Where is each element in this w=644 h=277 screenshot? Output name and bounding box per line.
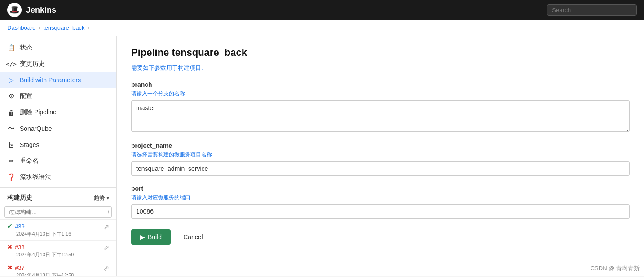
sonarqube-icon: 〜	[7, 125, 15, 133]
jenkins-icon: 🎩	[7, 3, 22, 17]
build-button-label: Build	[148, 233, 162, 241]
history-title: 构建历史	[7, 194, 32, 202]
trend-chevron-icon: ▾	[106, 195, 109, 201]
breadcrumb-sep-2: ›	[87, 24, 89, 31]
pipeline-syntax-icon: ❓	[7, 173, 15, 181]
build-38-arrow-icon: ⇗	[103, 243, 109, 252]
history-section: 构建历史 趋势 ▾ / ✔ #39 2024年4月13日 下午1:16	[0, 187, 116, 276]
build-38-date: 2024年4月13日 下午12:59	[7, 251, 74, 258]
build-item-38: ✖ #38 2024年4月13日 下午12:59 ⇗	[0, 240, 116, 261]
history-header: 构建历史 趋势 ▾	[0, 191, 116, 205]
delete-pipeline-icon: 🗑	[7, 108, 15, 116]
sidebar-item-stages-label: Stages	[20, 141, 40, 148]
watermark: CSDN @ 青啊青斯	[591, 264, 640, 273]
build-38-number: #38	[15, 244, 25, 250]
rename-icon: ✏	[7, 157, 15, 165]
history-trend-button[interactable]: 趋势 ▾	[94, 194, 109, 202]
jenkins-logo: 🎩 Jenkins	[7, 3, 56, 17]
sidebar-item-config[interactable]: ⚙ 配置	[0, 88, 116, 104]
project-name-hint: 请选择需要构建的微服务项目名称	[131, 151, 630, 159]
filter-shortcut-icon: /	[108, 209, 109, 215]
build-37-link[interactable]: ✖ #37	[7, 264, 74, 271]
param-group-project-name: project_name 请选择需要构建的微服务项目名称	[131, 142, 630, 176]
history-trend-label: 趋势	[94, 194, 105, 202]
cancel-button-label: Cancel	[183, 233, 203, 241]
breadcrumb: Dashboard › tensquare_back ›	[0, 20, 644, 36]
build-button[interactable]: ▶ Build	[131, 229, 171, 245]
filter-input-wrap: /	[0, 205, 116, 219]
sidebar-item-rename[interactable]: ✏ 重命名	[0, 153, 116, 169]
build-with-params-icon: ▷	[7, 76, 15, 84]
header: 🎩 Jenkins	[0, 0, 644, 20]
sidebar-item-change-history-label: 变更历史	[20, 60, 45, 68]
build-37-number: #37	[15, 264, 25, 271]
jenkins-title: Jenkins	[26, 5, 56, 15]
build-item-37: ✖ #37 2024年4月13日 下午12:58 ⇗	[0, 261, 116, 276]
sidebar-item-pipeline-syntax[interactable]: ❓ 流水线语法	[0, 169, 116, 185]
breadcrumb-sep-1: ›	[39, 24, 40, 31]
build-39-date: 2024年4月13日 下午1:16	[7, 231, 71, 237]
sidebar-item-rename-label: 重命名	[20, 157, 39, 165]
breadcrumb-dashboard[interactable]: Dashboard	[7, 24, 36, 31]
layout: 📋 状态 </> 变更历史 ▷ Build with Parameters ⚙ …	[0, 36, 644, 276]
project-name-input[interactable]	[131, 161, 630, 176]
port-input[interactable]	[131, 204, 630, 219]
build-item-39-left: ✔ #39 2024年4月13日 下午1:16	[7, 223, 71, 237]
sidebar-item-status[interactable]: 📋 状态	[0, 40, 116, 56]
build-37-status-icon: ✖	[7, 264, 13, 271]
build-39-status-icon: ✔	[7, 223, 13, 230]
build-39-arrow-icon: ⇗	[103, 223, 109, 231]
sidebar-item-delete-pipeline[interactable]: 🗑 删除 Pipeline	[0, 104, 116, 121]
search-input[interactable]	[547, 4, 637, 16]
main-content: Pipeline tensquare_back 需要如下参数用于构建项目: br…	[117, 36, 644, 276]
param-group-branch: branch 请输入一个分支的名称 master	[131, 81, 630, 133]
build-37-date: 2024年4月13日 下午12:58	[7, 272, 74, 276]
status-icon: 📋	[7, 44, 15, 52]
port-label: port	[131, 185, 630, 192]
sidebar-item-delete-pipeline-label: 删除 Pipeline	[20, 108, 57, 116]
sidebar-item-stages[interactable]: 🗄 Stages	[0, 137, 116, 153]
build-item-38-left: ✖ #38 2024年4月13日 下午12:59	[7, 243, 74, 258]
build-39-number: #39	[15, 223, 25, 230]
project-name-label: project_name	[131, 142, 630, 149]
sidebar-item-build-with-params-label: Build with Parameters	[20, 76, 81, 84]
sidebar-item-status-label: 状态	[20, 44, 32, 52]
branch-hint: 请输入一个分支的名称	[131, 90, 630, 98]
sidebar-item-sonarqube[interactable]: 〜 SonarQube	[0, 121, 116, 137]
breadcrumb-project[interactable]: tensquare_back	[43, 24, 85, 31]
branch-input[interactable]: master	[131, 100, 630, 132]
page-subtitle: 需要如下参数用于构建项目:	[131, 64, 630, 72]
sidebar-item-sonarqube-label: SonarQube	[20, 125, 52, 132]
page-title: Pipeline tensquare_back	[131, 47, 630, 58]
port-hint: 请输入对应微服务的端口	[131, 194, 630, 201]
build-38-status-icon: ✖	[7, 243, 13, 250]
build-item-37-left: ✖ #37 2024年4月13日 下午12:58	[7, 264, 74, 276]
filter-input[interactable]	[4, 206, 112, 218]
branch-label: branch	[131, 81, 630, 88]
sidebar-item-pipeline-syntax-label: 流水线语法	[20, 173, 51, 181]
build-38-link[interactable]: ✖ #38	[7, 243, 74, 250]
sidebar-item-config-label: 配置	[20, 92, 32, 100]
config-icon: ⚙	[7, 92, 15, 100]
build-play-icon: ▶	[140, 233, 145, 241]
param-group-port: port 请输入对应微服务的端口	[131, 185, 630, 219]
build-39-link[interactable]: ✔ #39	[7, 223, 71, 230]
stages-icon: 🗄	[7, 141, 15, 149]
form-actions: ▶ Build Cancel	[131, 229, 630, 245]
sidebar: 📋 状态 </> 变更历史 ▷ Build with Parameters ⚙ …	[0, 36, 117, 276]
change-history-icon: </>	[7, 60, 15, 68]
sidebar-item-build-with-params[interactable]: ▷ Build with Parameters	[0, 72, 116, 88]
sidebar-item-change-history[interactable]: </> 变更历史	[0, 56, 116, 72]
build-37-arrow-icon: ⇗	[103, 264, 109, 273]
watermark-text: CSDN @ 青啊青斯	[591, 265, 640, 272]
build-item-39: ✔ #39 2024年4月13日 下午1:16 ⇗	[0, 219, 116, 240]
cancel-button[interactable]: Cancel	[176, 229, 210, 245]
